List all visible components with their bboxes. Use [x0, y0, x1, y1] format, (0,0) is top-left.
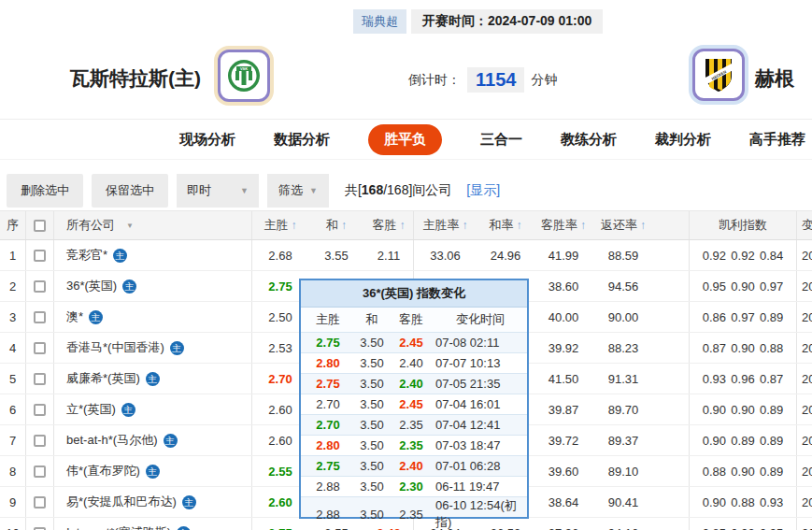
company-name-link[interactable]: 竞彩官*	[66, 247, 107, 264]
popup-home-odds: 2.75	[301, 336, 355, 350]
popup-change-time: 07-07 10:13	[434, 356, 527, 370]
header-away-rate[interactable]: 客胜率↑	[534, 211, 592, 239]
kelly-home: 0.87	[700, 341, 729, 355]
row-checkbox[interactable]	[34, 435, 46, 447]
kelly-draw: 0.97	[729, 310, 758, 324]
popup-row: 2.88 3.50 2.35 06-10 12:54(初指)	[301, 496, 527, 517]
header-away-odds[interactable]: 客胜↑	[364, 211, 414, 239]
delete-selected-button[interactable]: 删除选中	[7, 174, 83, 208]
popup-change-time: 07-04 12:41	[434, 418, 527, 432]
popup-change-time: 07-03 18:47	[434, 438, 527, 452]
row-checkbox[interactable]	[34, 342, 46, 354]
nav-tab[interactable]: 数据分析	[274, 124, 330, 155]
popup-draw-odds: 3.50	[355, 480, 389, 494]
countdown: 倒计时： 1154 分钟	[408, 67, 557, 93]
company-cell: 伟*(直布罗陀) 主	[54, 456, 252, 486]
nav-tab[interactable]: 高手推荐	[749, 124, 805, 155]
company-name-link[interactable]: 威廉希*(英国)	[66, 370, 140, 387]
away-rate-cell: 39.72	[534, 425, 592, 455]
company-name-link[interactable]: bet-at-h*(马尔他)	[66, 432, 158, 449]
nav-tab[interactable]: 胜平负	[368, 124, 442, 155]
popup-draw-odds: 3.50	[355, 418, 389, 432]
popup-home-odds: 2.75	[301, 377, 355, 391]
home-rate-cell: 33.06	[414, 240, 477, 270]
home-badge-icon: 主	[121, 403, 135, 417]
nav-tab[interactable]: 裁判分析	[655, 124, 711, 155]
home-odds-cell[interactable]: 2.75	[252, 518, 308, 530]
kelly-draw: 0.92	[729, 249, 758, 263]
company-name-link[interactable]: 香港马*(中国香港)	[66, 339, 164, 356]
row-seq: 4	[0, 333, 26, 363]
row-checkbox[interactable]	[34, 311, 46, 323]
company-name-link[interactable]: 立*(英国)	[66, 401, 116, 418]
company-name-link[interactable]: 伟*(直布罗陀)	[66, 463, 140, 480]
row-checkbox[interactable]	[34, 404, 46, 416]
home-odds-cell[interactable]: 2.68	[252, 240, 308, 270]
company-name-link[interactable]: 36*(英国)	[66, 278, 117, 294]
return-rate-cell: 94.56	[592, 271, 654, 301]
nav-tab[interactable]: 三合一	[480, 124, 522, 155]
header-select-all	[26, 211, 54, 239]
popup-change-time: 07-04 16:01	[434, 397, 527, 411]
popup-row: 2.75 3.50 2.40 07-01 06:28	[301, 455, 527, 476]
row-checkbox[interactable]	[34, 373, 46, 385]
home-badge-icon: 主	[122, 279, 136, 294]
header-home-rate[interactable]: 主胜率↑	[414, 211, 477, 239]
header-draw-rate[interactable]: 和率↑	[477, 211, 534, 239]
row-checkbox[interactable]	[34, 250, 46, 262]
kelly-away: 0.95	[757, 526, 786, 530]
away-rate-cell: 38.60	[534, 271, 592, 301]
change-cell: 20	[797, 240, 812, 270]
kelly-home: 0.85	[700, 526, 729, 530]
popup-home-odds: 2.88	[301, 480, 355, 494]
kelly-cell: 0.93 0.96 0.87	[690, 364, 797, 394]
header-draw-odds[interactable]: 和↑	[308, 211, 364, 239]
sort-up-icon: ↑	[463, 219, 468, 232]
company-name-link[interactable]: Interwet*(塞浦路斯)	[66, 524, 171, 530]
draw-odds-cell[interactable]: 3.55	[308, 240, 364, 270]
gap-cell	[654, 394, 690, 424]
header-home-odds[interactable]: 主胜↑	[252, 211, 308, 239]
change-cell: 20	[797, 271, 812, 301]
away-crest-frame: HÄCKEN	[692, 49, 745, 101]
change-cell: 20	[797, 333, 812, 363]
select-all-checkbox[interactable]	[34, 220, 46, 232]
keep-selected-button[interactable]: 保留选中	[92, 174, 168, 208]
kelly-cell: 0.87 0.90 0.88	[690, 333, 797, 363]
company-name-link[interactable]: 易*(安提瓜和巴布达)	[66, 494, 177, 510]
row-seq: 2	[0, 271, 26, 301]
sort-up-icon: ↑	[580, 219, 586, 232]
kelly-cell: 0.86 0.97 0.89	[690, 302, 797, 332]
row-checkbox[interactable]	[34, 527, 46, 530]
away-odds-cell[interactable]: 2.11	[364, 240, 414, 270]
nav-tab[interactable]: 教练分析	[561, 124, 617, 155]
chevron-down-icon: ▼	[309, 186, 318, 195]
sort-up-icon: ↑	[640, 219, 646, 232]
kelly-draw: 0.96	[729, 372, 758, 386]
change-cell: 20	[797, 364, 812, 394]
popup-row: 2.80 3.50 2.40 07-07 10:13	[301, 352, 527, 373]
popup-draw-odds: 3.50	[355, 336, 389, 350]
popup-header-draw: 和	[355, 311, 389, 328]
company-cell: 香港马*(中国香港) 主	[54, 333, 252, 363]
filter-label: 筛选	[278, 182, 303, 199]
popup-away-odds: 2.40	[389, 459, 434, 473]
show-link[interactable]: [显示]	[466, 182, 500, 199]
row-select	[26, 518, 54, 530]
popup-home-odds: 2.80	[301, 356, 355, 370]
nav-tab[interactable]: 现场分析	[179, 124, 235, 155]
header-company[interactable]: 所有公司▼	[54, 211, 252, 239]
instant-odds-dropdown[interactable]: 即时 ▼	[177, 174, 259, 208]
row-checkbox[interactable]	[34, 280, 46, 293]
row-checkbox[interactable]	[34, 466, 46, 478]
row-checkbox[interactable]	[34, 496, 46, 509]
kelly-draw: 0.89	[729, 434, 758, 448]
popup-row: 2.75 3.50 2.40 07-05 21:35	[301, 373, 527, 394]
header-return-rate[interactable]: 返还率↑	[592, 211, 654, 239]
gap-cell	[654, 364, 690, 394]
home-badge-icon: 主	[164, 434, 178, 448]
company-name-link[interactable]: 澳*	[66, 308, 83, 325]
filter-dropdown[interactable]: 筛选 ▼	[267, 174, 329, 208]
home-badge-icon: 主	[146, 372, 160, 386]
gap-cell	[654, 271, 690, 301]
